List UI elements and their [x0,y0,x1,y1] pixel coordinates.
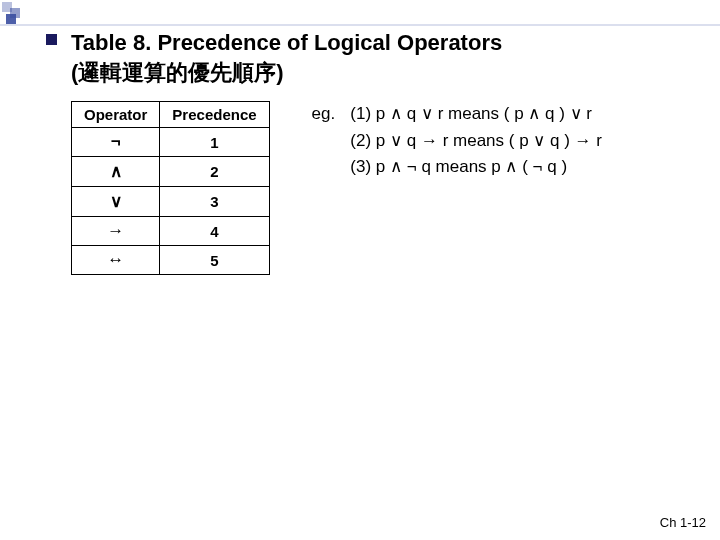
example-text: (3) p ∧ ¬ q means p ∧ ( ¬ q ) [350,157,567,176]
header-operator: Operator [72,102,160,128]
precedence-cell: 5 [160,246,269,275]
slide-content: Table 8. Precedence of Logical Operators… [46,28,696,275]
example-line: (3) p ∧ ¬ q means p ∧ ( ¬ q ) [312,154,602,180]
operator-cell: ↔ [72,246,160,275]
title-row: Table 8. Precedence of Logical Operators… [46,28,696,87]
example-text: (1) p ∧ q ∨ r means ( p ∧ q ) ∨ r [350,104,592,123]
operator-cell: ∨ [72,187,160,217]
slide-title: Table 8. Precedence of Logical Operators… [71,28,502,87]
eg-label: eg. [312,101,346,127]
table-row: ∨ 3 [72,187,270,217]
precedence-cell: 2 [160,157,269,187]
slide-corner-decoration [0,0,28,28]
body-row: Operator Precedence ¬ 1 ∧ 2 ∨ 3 → 4 ↔ 5 [71,101,696,275]
bullet-icon [46,34,57,45]
operator-cell: → [72,217,160,246]
operator-cell: ¬ [72,128,160,157]
table-header-row: Operator Precedence [72,102,270,128]
precedence-table: Operator Precedence ¬ 1 ∧ 2 ∨ 3 → 4 ↔ 5 [71,101,270,275]
table-row: ↔ 5 [72,246,270,275]
table-row: ∧ 2 [72,157,270,187]
precedence-cell: 4 [160,217,269,246]
title-sub: (邏輯運算的優先順序) [71,58,502,88]
header-precedence: Precedence [160,102,269,128]
example-line: (2) p ∨ q → r means ( p ∨ q ) → r [312,128,602,154]
slide-footer: Ch 1-12 [660,515,706,530]
table-row: → 4 [72,217,270,246]
example-line: eg. (1) p ∧ q ∨ r means ( p ∧ q ) ∨ r [312,101,602,127]
precedence-cell: 1 [160,128,269,157]
table-row: ¬ 1 [72,128,270,157]
example-text: (2) p ∨ q → r means ( p ∨ q ) → r [350,131,602,150]
operator-cell: ∧ [72,157,160,187]
examples-block: eg. (1) p ∧ q ∨ r means ( p ∧ q ) ∨ r (2… [312,101,602,180]
title-main: Table 8. Precedence of Logical Operators [71,30,502,55]
precedence-cell: 3 [160,187,269,217]
